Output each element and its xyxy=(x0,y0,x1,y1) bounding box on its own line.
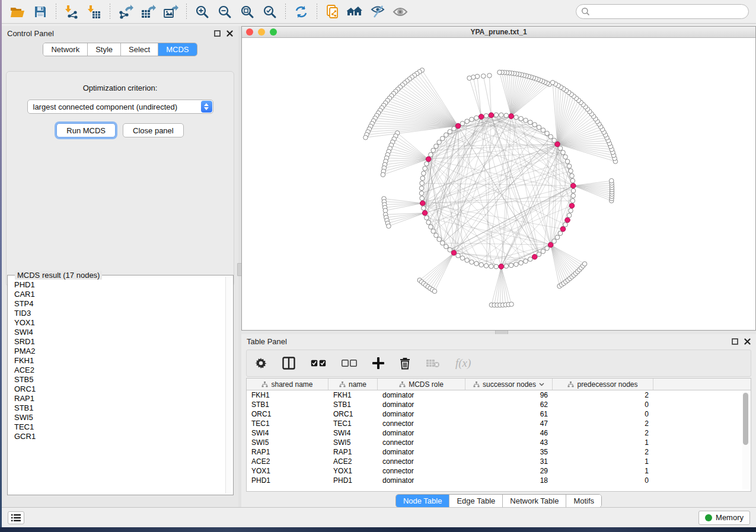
cell-name[interactable]: STB1 xyxy=(328,400,378,409)
cell-successor_nodes[interactable]: 18 xyxy=(465,476,553,485)
apply-layout-icon[interactable] xyxy=(290,2,312,22)
cell-successor_nodes[interactable]: 31 xyxy=(465,457,553,466)
cell-mcds_role[interactable]: dominator xyxy=(378,448,465,456)
delete-table-icon[interactable] xyxy=(426,358,440,368)
cell-predecessor_nodes[interactable]: 0 xyxy=(553,476,653,485)
column-header-MCDS-role[interactable]: MCDS role xyxy=(378,379,465,390)
memory-button[interactable]: Memory xyxy=(698,511,750,525)
cell-predecessor_nodes[interactable]: 1 xyxy=(553,438,653,447)
cell-mcds_role[interactable]: connector xyxy=(378,419,465,428)
result-node-item[interactable]: STB5 xyxy=(9,375,225,384)
float-panel-icon[interactable] xyxy=(731,338,738,345)
network-overview-icon[interactable] xyxy=(321,2,344,22)
tab-style[interactable]: Style xyxy=(88,43,121,56)
cell-mcds_role[interactable]: dominator xyxy=(378,391,465,399)
export-image-icon[interactable] xyxy=(160,2,182,22)
cell-mcds_role[interactable]: dominator xyxy=(378,476,465,485)
result-node-item[interactable]: STB1 xyxy=(9,403,225,413)
cell-mcds_role[interactable]: connector xyxy=(378,438,465,447)
result-node-item[interactable]: YOX1 xyxy=(9,318,225,328)
cell-predecessor_nodes[interactable]: 1 xyxy=(553,457,653,466)
table-row[interactable]: RAP1RAP1dominator352 xyxy=(247,447,751,457)
cell-shared_name[interactable]: YOX1 xyxy=(247,467,328,475)
table-row[interactable]: PHD1PHD1dominator180 xyxy=(247,476,751,485)
float-panel-icon[interactable] xyxy=(213,30,221,37)
result-node-item[interactable]: SRD1 xyxy=(9,337,225,347)
table-scrollbar[interactable] xyxy=(742,392,749,489)
zoom-in-icon[interactable] xyxy=(191,2,213,22)
cell-name[interactable]: TEC1 xyxy=(328,419,378,428)
result-node-item[interactable]: GCR1 xyxy=(9,432,225,441)
table-scrollbar-thumb[interactable] xyxy=(743,393,748,445)
open-session-icon[interactable] xyxy=(7,2,29,22)
column-header-name[interactable]: name xyxy=(328,379,378,390)
cell-predecessor_nodes[interactable]: 2 xyxy=(553,429,653,437)
cell-successor_nodes[interactable]: 29 xyxy=(465,467,553,475)
result-node-item[interactable]: TEC1 xyxy=(9,422,225,432)
search-field[interactable] xyxy=(576,4,749,19)
result-node-item[interactable]: SWI5 xyxy=(9,413,225,422)
column-header-successor-nodes[interactable]: successor nodes xyxy=(465,379,553,390)
table-row[interactable]: ORC1ORC1dominator610 xyxy=(247,409,751,419)
export-network-icon[interactable] xyxy=(114,2,137,22)
add-column-icon[interactable] xyxy=(372,357,384,369)
result-node-item[interactable]: ORC1 xyxy=(9,384,225,394)
zoom-fit-icon[interactable] xyxy=(236,2,259,22)
cell-successor_nodes[interactable]: 43 xyxy=(465,438,553,447)
tab-mcds[interactable]: MCDS xyxy=(158,43,196,56)
tab-network-table[interactable]: Network Table xyxy=(503,495,566,507)
close-panel-icon[interactable] xyxy=(744,338,751,345)
table-row[interactable]: FKH1FKH1dominator962 xyxy=(247,390,751,400)
show-details-icon[interactable] xyxy=(389,2,412,22)
tab-network[interactable]: Network xyxy=(43,43,88,56)
cell-successor_nodes[interactable]: 47 xyxy=(465,419,553,428)
cell-name[interactable]: FKH1 xyxy=(328,391,378,399)
cell-shared_name[interactable]: STB1 xyxy=(247,400,328,409)
cell-shared_name[interactable]: TEC1 xyxy=(247,419,328,428)
table-row[interactable]: SWI4SWI4dominator462 xyxy=(247,428,751,438)
cell-name[interactable]: ORC1 xyxy=(328,410,378,418)
cell-shared_name[interactable]: RAP1 xyxy=(247,448,328,456)
cell-mcds_role[interactable]: dominator xyxy=(378,400,465,409)
import-network-icon[interactable] xyxy=(60,2,83,22)
select-all-rows-icon[interactable] xyxy=(311,360,326,367)
cell-successor_nodes[interactable]: 62 xyxy=(465,400,553,409)
cell-shared_name[interactable]: SWI4 xyxy=(247,429,328,437)
cell-predecessor_nodes[interactable]: 0 xyxy=(553,400,653,409)
table-row[interactable]: STB1STB1dominator620 xyxy=(247,400,751,409)
tab-select[interactable]: Select xyxy=(121,43,158,56)
cell-mcds_role[interactable]: connector xyxy=(378,457,465,466)
tab-edge-table[interactable]: Edge Table xyxy=(449,495,503,507)
cell-predecessor_nodes[interactable]: 2 xyxy=(553,448,653,456)
close-panel-button[interactable]: Close panel xyxy=(123,123,184,137)
column-header-predecessor-nodes[interactable]: predecessor nodes xyxy=(553,379,653,390)
split-panel-icon[interactable] xyxy=(282,357,295,370)
cell-predecessor_nodes[interactable]: 1 xyxy=(553,467,653,475)
cell-successor_nodes[interactable]: 61 xyxy=(465,410,553,418)
deselect-all-rows-icon[interactable] xyxy=(342,360,357,367)
cell-predecessor_nodes[interactable]: 2 xyxy=(553,391,653,399)
cell-shared_name[interactable]: FKH1 xyxy=(247,391,328,399)
table-row[interactable]: TEC1TEC1connector472 xyxy=(247,419,751,428)
cell-shared_name[interactable]: PHD1 xyxy=(247,476,328,485)
cell-predecessor_nodes[interactable]: 0 xyxy=(553,410,653,418)
table-row[interactable]: YOX1YOX1connector291 xyxy=(247,466,751,476)
cell-name[interactable]: PHD1 xyxy=(328,476,378,485)
houses-icon[interactable] xyxy=(344,2,366,22)
result-node-item[interactable]: TID3 xyxy=(9,309,225,318)
search-input[interactable] xyxy=(590,8,744,16)
tab-motifs[interactable]: Motifs xyxy=(566,495,601,507)
column-header-shared-name[interactable]: shared name xyxy=(247,379,328,390)
zoom-out-icon[interactable] xyxy=(213,2,236,22)
cell-mcds_role[interactable]: dominator xyxy=(378,429,465,437)
cell-mcds_role[interactable]: dominator xyxy=(378,410,465,418)
criterion-select[interactable]: largest connected component (undirected) xyxy=(27,100,213,114)
result-node-item[interactable]: STP4 xyxy=(9,299,225,309)
cell-name[interactable]: RAP1 xyxy=(328,448,378,456)
result-node-item[interactable]: FKH1 xyxy=(9,356,225,366)
save-session-icon[interactable] xyxy=(29,2,52,22)
cell-successor_nodes[interactable]: 35 xyxy=(465,448,553,456)
cell-predecessor_nodes[interactable]: 2 xyxy=(553,419,653,428)
result-node-item[interactable]: PMA2 xyxy=(9,347,225,356)
tab-node-table[interactable]: Node Table xyxy=(396,495,450,507)
